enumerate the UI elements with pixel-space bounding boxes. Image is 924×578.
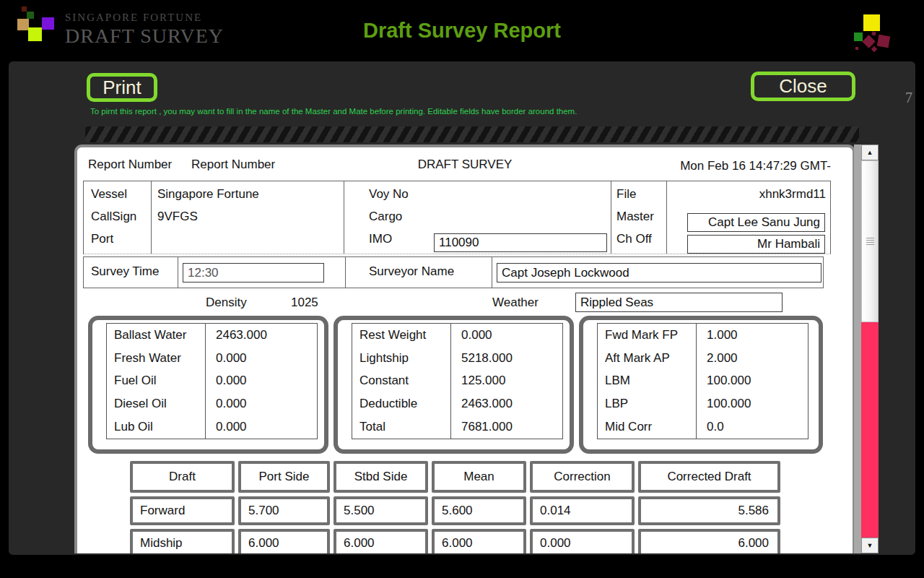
weights-box: Rest Weight0.000 Lightship5218.000 Const… (334, 316, 574, 454)
survey-time-label: Survey Time (91, 264, 159, 279)
vertical-scrollbar[interactable]: ▲ ▼ (861, 144, 879, 553)
draft-table-cell: 5.700 (238, 496, 330, 525)
row-label: Lightship (352, 347, 451, 370)
marks-box: Fwd Mark FP1.000 Aft Mark AP2.000 LBM100… (579, 316, 823, 454)
table-divider (345, 257, 346, 288)
table-divider (611, 181, 611, 254)
density-label: Density (206, 296, 247, 310)
choff-label: Ch Off (616, 232, 652, 246)
deductibles-table: Ballast Water2463.000 Fresh Water0.000 F… (106, 323, 318, 439)
file-label: File (616, 187, 636, 202)
print-hint-text: To pirnt this report , you may want to f… (90, 107, 577, 116)
logo-square-green (27, 12, 34, 19)
row-label: Constant (352, 370, 451, 393)
report-panel: Report Number Report Number DRAFT SURVEY… (74, 144, 855, 553)
print-button[interactable]: Print (87, 73, 157, 102)
row-label: Lub Oil (107, 415, 206, 439)
close-button[interactable]: Close (751, 72, 855, 101)
draft-table-header: Corrected Draft (638, 461, 780, 493)
row-label: Deductible (352, 392, 451, 415)
row-label: Diesel Oil (107, 392, 206, 415)
draft-table-header: Correction (530, 461, 635, 493)
draft-table-cell: 5.586 (638, 496, 780, 525)
row-value: 2463.000 (451, 397, 513, 411)
row-label: Fuel Oil (107, 370, 206, 393)
row-value: 0.0 (697, 420, 724, 434)
marks-table: Fwd Mark FP1.000 Aft Mark AP2.000 LBM100… (597, 323, 808, 439)
draft-table-cell: 6.000 (334, 529, 428, 553)
row-label: Aft Mark AP (598, 347, 697, 370)
decor-squares-icon (854, 11, 905, 58)
master-input[interactable] (687, 213, 825, 232)
draft-table-cell: Forward (130, 496, 235, 525)
row-value: 100.000 (697, 374, 751, 388)
draft-table-cell: 0.014 (530, 496, 635, 525)
callsign-value: 9VFGS (157, 210, 198, 224)
table-divider (666, 181, 667, 254)
draft-table: Draft Port Side Stbd Side Mean Correctio… (130, 461, 780, 553)
draft-table-cell: 6.000 (432, 529, 526, 553)
table-divider (151, 181, 152, 254)
imo-input[interactable] (434, 233, 607, 252)
row-value: 0.000 (451, 328, 492, 342)
row-label: Fwd Mark FP (598, 324, 697, 347)
draft-table-cell: Midship (130, 529, 235, 553)
row-value: 0.000 (206, 397, 247, 411)
master-label: Master (616, 210, 654, 224)
table-divider (178, 257, 178, 288)
draft-table-cell: 6.000 (638, 529, 780, 553)
survey-time-row: Survey Time Surveyor Name (83, 256, 824, 288)
cargo-label: Cargo (369, 210, 402, 224)
draft-table-cell: 5.500 (334, 496, 428, 525)
row-value: 100.000 (697, 397, 751, 411)
decor-square-maroon (871, 46, 877, 52)
draft-table-header: Mean (432, 461, 526, 493)
chief-officer-input[interactable] (687, 235, 825, 254)
row-value: 0.000 (206, 420, 247, 434)
decor-square-yellow (863, 14, 880, 31)
vessel-value: Singapore Fortune (157, 187, 259, 202)
row-label: Rest Weight (352, 324, 451, 347)
draft-table-header: Stbd Side (334, 461, 428, 493)
row-label: Fresh Water (107, 347, 206, 370)
table-divider (492, 257, 492, 288)
logo-square-maroon (22, 7, 27, 12)
row-value: 2463.000 (206, 328, 267, 342)
row-label: LBP (598, 392, 697, 415)
surveyor-name-input[interactable] (497, 263, 821, 282)
scroll-up-icon[interactable]: ▲ (861, 144, 879, 160)
vessel-info-table: Vessel CallSign Port Singapore Fortune 9… (83, 181, 831, 254)
weather-label: Weather (492, 296, 539, 310)
draft-table-cell: 6.000 (238, 529, 330, 553)
port-label: Port (91, 232, 113, 246)
row-label: Mid Corr (598, 415, 697, 439)
callsign-label: CallSign (91, 210, 136, 224)
scrollbar-grip-icon (866, 238, 874, 245)
draft-survey-app: SINGAPORE FORTUNE DRAFT SURVEY Draft Sur… (0, 0, 924, 578)
surveyor-name-label: Surveyor Name (369, 264, 454, 279)
row-value: 125.000 (451, 374, 505, 388)
draft-table-header: Port Side (238, 461, 330, 493)
deductibles-box: Ballast Water2463.000 Fresh Water0.000 F… (88, 316, 328, 454)
file-value: xhnk3rmd11 (674, 187, 826, 202)
row-value: 5218.000 (451, 351, 513, 366)
decor-square-maroon (855, 47, 858, 50)
weights-table: Rest Weight0.000 Lightship5218.000 Const… (352, 323, 563, 439)
decor-square-maroon (877, 35, 891, 48)
decor-square-green (854, 33, 863, 41)
scroll-down-icon[interactable]: ▼ (861, 538, 879, 553)
row-label: Total (352, 415, 451, 439)
row-label: Ballast Water (107, 324, 206, 347)
survey-time-input[interactable] (183, 263, 324, 282)
density-value: 1025 (291, 296, 318, 310)
row-value: 0.000 (206, 351, 247, 366)
draft-table-cell: 0.000 (530, 529, 635, 553)
decor-square-maroon (871, 31, 876, 35)
table-divider (344, 181, 344, 254)
scrollbar-thumb[interactable] (861, 160, 879, 322)
weather-input[interactable] (575, 293, 783, 312)
page-title: Draft Survey Report (0, 19, 924, 43)
row-value: 0.000 (206, 374, 247, 388)
row-label: LBM (598, 370, 697, 393)
corner-mark: 7 (905, 90, 912, 106)
